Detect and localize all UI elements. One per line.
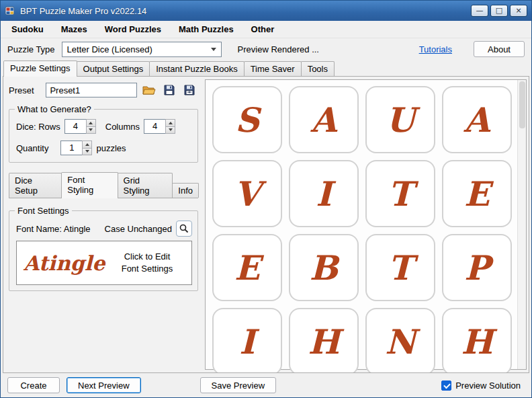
save-as-icon-button[interactable] xyxy=(181,82,198,98)
menu-bar: Sudoku Mazes Word Puzzles Math Puzzles O… xyxy=(1,21,531,38)
tab-time-saver[interactable]: Time Saver xyxy=(244,61,302,76)
dice-cell: H xyxy=(289,308,359,373)
case-label: Case Unchanged xyxy=(105,224,172,234)
rows-value[interactable]: 4 xyxy=(64,119,86,134)
dice-letter: I xyxy=(316,174,331,214)
rows-spin-up[interactable] xyxy=(86,119,96,127)
quantity-spinner: 1 xyxy=(60,141,92,155)
columns-spin-up[interactable] xyxy=(165,119,175,127)
close-button[interactable]: × xyxy=(510,5,527,17)
maximize-button[interactable]: □ xyxy=(490,5,508,17)
columns-spin-down[interactable] xyxy=(165,127,175,134)
dice-letter: N xyxy=(385,322,416,362)
tab-instant-puzzle-books[interactable]: Instant Puzzle Books xyxy=(149,61,244,76)
dice-letter: T xyxy=(388,248,412,288)
dice-letter: A xyxy=(311,100,337,140)
preview-scrollbar[interactable] xyxy=(517,80,526,369)
dice-cell: S xyxy=(212,86,282,153)
sub-tab-strip: Dice Setup Font Styling Grid Styling Inf… xyxy=(9,172,198,198)
create-button[interactable]: Create xyxy=(7,377,60,393)
menu-math-puzzles[interactable]: Math Puzzles xyxy=(179,24,234,34)
preview-solution-checkbox[interactable] xyxy=(441,381,451,391)
dice-cell: A xyxy=(289,86,359,153)
preview-solution-label[interactable]: Preview Solution xyxy=(455,381,521,391)
menu-other[interactable]: Other xyxy=(251,24,275,34)
font-settings-group: Font Settings Font Name: Atingle Case Un… xyxy=(9,210,198,291)
dice-letter: E xyxy=(234,248,260,288)
app-window: BPT Puzzle Maker Pro v2022.14 — □ × Sudo… xyxy=(0,0,532,398)
rows-label: Dice: Rows xyxy=(16,122,60,132)
columns-value[interactable]: 4 xyxy=(144,119,165,134)
quantity-value[interactable]: 1 xyxy=(60,141,82,155)
menu-word-puzzles[interactable]: Word Puzzles xyxy=(105,24,161,34)
columns-spinner: 4 xyxy=(144,119,175,134)
preview-solution-control: Preview Solution xyxy=(441,381,521,391)
tab-puzzle-settings[interactable]: Puzzle Settings xyxy=(3,61,77,77)
chevron-down-icon xyxy=(208,43,220,56)
main-tab-strip: Puzzle Settings Output Settings Instant … xyxy=(1,60,531,76)
open-folder-button[interactable] xyxy=(140,82,157,98)
subtab-dice-setup[interactable]: Dice Setup xyxy=(9,173,62,198)
tab-tools[interactable]: Tools xyxy=(301,61,335,76)
tab-output-settings[interactable]: Output Settings xyxy=(77,61,150,76)
dice-cell: E xyxy=(212,234,282,301)
quantity-row: Quantity 1 puzzles xyxy=(16,141,192,155)
puzzle-type-label: Puzzle Type xyxy=(7,44,55,54)
dice-cell: B xyxy=(289,234,359,301)
dice-cell: N xyxy=(365,308,435,373)
menu-sudoku[interactable]: Sudoku xyxy=(11,24,44,34)
dice-cell: U xyxy=(365,86,435,153)
save-icon-button[interactable] xyxy=(161,82,178,98)
subtab-info[interactable]: Info xyxy=(172,183,199,198)
dice-size-row: Dice: Rows 4 Columns 4 xyxy=(16,119,192,134)
quantity-spin-up[interactable] xyxy=(82,141,92,149)
subtab-grid-styling[interactable]: Grid Styling xyxy=(118,173,173,198)
preview-scrollbar-thumb[interactable] xyxy=(519,81,525,128)
dice-letter: H xyxy=(308,322,339,362)
dice-letter: V xyxy=(234,174,261,214)
dice-cell: A xyxy=(442,86,512,153)
about-button[interactable]: About xyxy=(474,41,525,57)
quantity-spin-down[interactable] xyxy=(82,149,92,156)
preset-label: Preset xyxy=(9,85,42,95)
font-preview-box[interactable]: Atingle Click to Edit Font Settings xyxy=(16,241,192,285)
font-name-row: Font Name: Atingle Case Unchanged xyxy=(16,221,192,237)
dice-letter: U xyxy=(386,100,415,140)
dice-cell: T xyxy=(365,160,435,227)
save-preview-button[interactable]: Save Preview xyxy=(200,377,276,393)
columns-label: Columns xyxy=(105,122,140,132)
toolbar: Puzzle Type Letter Dice (Licensed) Previ… xyxy=(1,38,531,60)
dice-letter: A xyxy=(464,100,490,140)
dice-cell: I xyxy=(212,308,282,373)
what-to-generate-group: What to Generate? Dice: Rows 4 Columns 4 xyxy=(9,109,198,163)
puzzle-type-select[interactable]: Letter Dice (Licensed) xyxy=(62,42,222,57)
dice-cell: V xyxy=(212,160,282,227)
next-preview-button[interactable]: Next Preview xyxy=(66,377,141,393)
rows-spin-down[interactable] xyxy=(86,127,96,134)
font-settings-title: Font Settings xyxy=(15,206,72,216)
window-title: BPT Puzzle Maker Pro v2022.14 xyxy=(20,6,466,16)
dice-cell: T xyxy=(365,234,435,301)
menu-mazes[interactable]: Mazes xyxy=(61,24,87,34)
tutorials-link[interactable]: Tutorials xyxy=(419,44,452,54)
preset-input[interactable] xyxy=(46,83,137,97)
settings-panel: Preset xyxy=(3,77,202,372)
window-controls: — □ × xyxy=(471,5,527,17)
subtab-font-styling[interactable]: Font Styling xyxy=(61,172,118,198)
dice-cell: I xyxy=(289,160,359,227)
title-bar: BPT Puzzle Maker Pro v2022.14 — □ × xyxy=(1,1,531,21)
minimize-button[interactable]: — xyxy=(471,5,488,17)
subtab-page-font-styling: Font Settings Font Name: Atingle Case Un… xyxy=(9,198,198,291)
dice-grid: S A U A V I T E E B T P I H N H xyxy=(212,86,513,373)
font-search-button[interactable] xyxy=(176,221,192,237)
preset-row: Preset xyxy=(9,82,198,98)
dice-cell: H xyxy=(442,308,512,373)
footer-bar: Create Next Preview Save Preview Preview… xyxy=(1,373,531,397)
dice-cell: E xyxy=(442,160,512,227)
font-sample-text: Atingle xyxy=(24,251,109,275)
dice-letter: B xyxy=(310,248,338,288)
quantity-suffix: puzzles xyxy=(96,143,126,153)
dice-letter: S xyxy=(235,100,259,140)
puzzle-preview-panel: S A U A V I T E E B T P I H N H xyxy=(205,79,527,370)
font-name-label: Font Name: Atingle xyxy=(16,224,105,234)
